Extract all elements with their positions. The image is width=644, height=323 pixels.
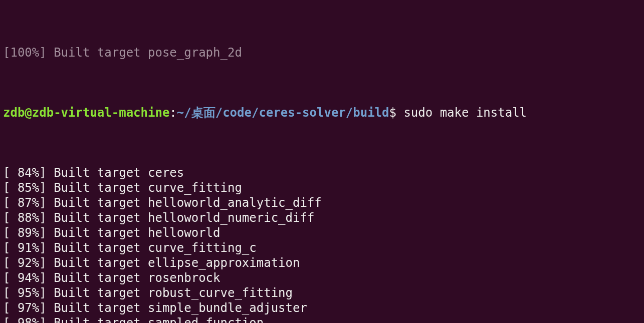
build-percent: [ 85%] — [3, 181, 47, 195]
build-percent: [ 88%] — [3, 211, 47, 225]
build-percent: [ 84%] — [3, 166, 47, 180]
build-line: [ 98%] Built target sampled_function — [3, 315, 641, 323]
build-text: Built target curve_fitting_c — [47, 241, 257, 255]
build-text: Built target sampled_function — [47, 316, 264, 323]
build-line: [ 85%] Built target curve_fitting — [3, 180, 641, 195]
build-text: Built target ceres — [47, 166, 184, 180]
build-text: Built target simple_bundle_adjuster — [47, 301, 307, 315]
build-text: Built target helloworld_numeric_diff — [47, 211, 315, 225]
prompt-line: zdb@zdb-virtual-machine:~/桌面/code/ceres-… — [3, 105, 641, 120]
build-text: Built target helloworld_analytic_diff — [47, 196, 322, 210]
build-percent: [ 91%] — [3, 241, 47, 255]
build-percent: [ 94%] — [3, 271, 47, 285]
terminal-output[interactable]: [100%] Built target pose_graph_2d zdb@zd… — [0, 0, 644, 323]
prompt-path: /桌面/code/ceres-solver/build — [184, 106, 389, 120]
build-text: Built target curve_fitting — [47, 181, 242, 195]
prompt-command — [396, 106, 403, 120]
build-percent: [ 89%] — [3, 226, 47, 240]
build-line: [ 94%] Built target rosenbrock — [3, 270, 641, 285]
build-percent: [ 98%] — [3, 316, 47, 323]
build-text: Built target ellipse_approximation — [47, 256, 300, 270]
build-percent: [ 95%] — [3, 286, 47, 300]
build-line: [ 92%] Built target ellipse_approximatio… — [3, 255, 641, 270]
build-percent: [ 87%] — [3, 196, 47, 210]
prompt-dollar: $ — [389, 106, 396, 120]
build-line: [ 91%] Built target curve_fitting_c — [3, 240, 641, 255]
build-text: Built target helloworld — [47, 226, 221, 240]
build-line: [ 89%] Built target helloworld — [3, 225, 641, 240]
prompt-user-host: zdb@zdb-virtual-machine — [3, 106, 169, 120]
prompt-tilde: ~ — [177, 106, 184, 120]
build-line: [ 87%] Built target helloworld_analytic_… — [3, 195, 641, 210]
build-percent: [ 97%] — [3, 301, 47, 315]
build-line: [ 97%] Built target simple_bundle_adjust… — [3, 300, 641, 315]
build-text: Built target robust_curve_fitting — [47, 286, 293, 300]
partial-text: [100%] Built target pose_graph_2d — [3, 46, 242, 60]
build-percent: [ 92%] — [3, 256, 47, 270]
prompt-colon: : — [169, 106, 176, 120]
partial-previous-line: [100%] Built target pose_graph_2d — [3, 45, 641, 60]
build-line: [ 88%] Built target helloworld_numeric_d… — [3, 210, 641, 225]
build-line: [ 95%] Built target robust_curve_fitting — [3, 285, 641, 300]
build-text: Built target rosenbrock — [47, 271, 221, 285]
command-text: sudo make install — [403, 106, 527, 120]
build-line: [ 84%] Built target ceres — [3, 165, 641, 180]
